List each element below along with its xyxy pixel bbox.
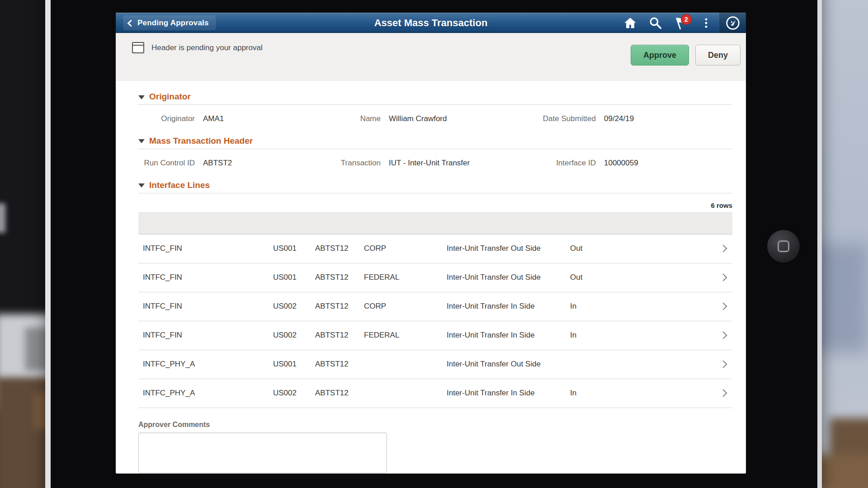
- search-icon: [649, 16, 662, 30]
- cell-run-control: ABTST12: [315, 302, 360, 311]
- header-actions: 2: [618, 13, 746, 33]
- back-button[interactable]: Pending Approvals: [123, 15, 216, 30]
- notification-badge: 2: [681, 14, 692, 25]
- notifications-button[interactable]: 2: [668, 13, 693, 33]
- collapse-triangle-icon: [138, 139, 145, 143]
- cell-side: In: [570, 331, 711, 340]
- table-header-row: [138, 212, 732, 235]
- home-button[interactable]: [618, 13, 643, 33]
- cell-business-unit: US002: [273, 389, 311, 398]
- tablet-home-button: [767, 230, 800, 263]
- app-header-bar: Asset Mass Transaction Pending Approvals: [116, 13, 746, 33]
- compass-icon: [725, 15, 741, 31]
- section-divider: [138, 104, 732, 105]
- cell-side: In: [570, 389, 711, 398]
- search-button[interactable]: [643, 13, 668, 33]
- cell-run-control: ABTST12: [315, 360, 360, 369]
- interface-lines-table: INTFC_FIN US001 ABTST12 CORP Inter-Unit …: [138, 212, 732, 408]
- field-value: 10000059: [604, 158, 732, 169]
- cell-business-unit: US001: [273, 360, 311, 369]
- cell-run-control: ABTST12: [315, 244, 360, 253]
- page-content: Originator Originator AMA1 Name William …: [116, 81, 746, 474]
- approve-button[interactable]: Approve: [631, 45, 689, 66]
- cell-description: Inter-Unit Transfer Out Side: [447, 360, 566, 369]
- mass-transaction-fields: Run Control ID ABTST2 Transaction IUT - …: [138, 158, 732, 169]
- approval-action-bar: Header is pending your approval Approve …: [116, 33, 746, 81]
- header-document-icon: [132, 42, 144, 53]
- chevron-right-icon: [720, 303, 727, 310]
- table-row[interactable]: INTFC_FIN US002 ABTST12 CORP Inter-Unit …: [138, 292, 732, 321]
- section-divider: [138, 149, 732, 149]
- cell-interface-id: INTFC_FIN: [138, 302, 269, 311]
- cell-interface-id: INTFC_FIN: [138, 273, 269, 282]
- pending-status: Header is pending your approval: [132, 42, 263, 53]
- field-label: Interface ID: [542, 158, 596, 169]
- home-button-glyph: [778, 240, 789, 252]
- cell-book: FEDERAL: [364, 331, 443, 340]
- background-furniture-right: [830, 418, 868, 488]
- cell-description: Inter-Unit Transfer Out Side: [447, 244, 566, 253]
- cell-side: Out: [570, 273, 711, 282]
- field-label: Originator: [138, 114, 195, 124]
- pending-status-text: Header is pending your approval: [151, 43, 263, 52]
- collapse-triangle-icon: [138, 183, 145, 188]
- app-screen: Asset Mass Transaction Pending Approvals: [116, 13, 746, 474]
- field-label: Transaction: [329, 158, 381, 169]
- field-value: ABTST2: [203, 158, 321, 169]
- background-highlight-left: [0, 203, 5, 233]
- approver-comments-label: Approver Comments: [138, 421, 732, 429]
- deny-button[interactable]: Deny: [695, 45, 741, 66]
- table-row[interactable]: INTFC_FIN US001 ABTST12 FEDERAL Inter-Un…: [138, 263, 732, 292]
- cell-book: FEDERAL: [364, 273, 443, 282]
- chevron-right-icon: [720, 389, 727, 397]
- cell-interface-id: INTFC_PHY_A: [138, 389, 269, 398]
- cell-business-unit: US001: [273, 273, 311, 282]
- row-count-label: 6 rows: [138, 202, 732, 209]
- chevron-right-icon: [720, 245, 727, 253]
- cell-book: CORP: [364, 302, 443, 311]
- field-value: William Crawford: [389, 114, 533, 124]
- section-header-interface-lines[interactable]: Interface Lines: [138, 180, 732, 190]
- section-title: Originator: [149, 92, 191, 102]
- cell-description: Inter-Unit Transfer In Side: [447, 331, 566, 340]
- table-row[interactable]: INTFC_FIN US001 ABTST12 CORP Inter-Unit …: [138, 235, 732, 263]
- field-label: Name: [329, 114, 381, 124]
- cell-description: Inter-Unit Transfer In Side: [447, 389, 566, 398]
- table-row[interactable]: INTFC_FIN US002 ABTST12 FEDERAL Inter-Un…: [138, 321, 732, 350]
- cell-business-unit: US002: [273, 302, 311, 311]
- approval-buttons: Approve Deny: [631, 40, 741, 66]
- collapse-triangle-icon: [138, 95, 145, 99]
- vertical-ellipsis-icon: [700, 16, 712, 30]
- approver-comments-input[interactable]: [138, 432, 387, 473]
- cell-side: In: [570, 302, 711, 311]
- cell-description: Inter-Unit Transfer In Side: [447, 302, 566, 311]
- section-title: Interface Lines: [149, 180, 210, 190]
- chevron-right-icon: [720, 361, 727, 368]
- cell-interface-id: INTFC_PHY_A: [138, 360, 269, 369]
- home-icon: [623, 16, 637, 30]
- field-value: 09/24/19: [604, 114, 732, 124]
- field-value: AMA1: [203, 114, 321, 124]
- cell-run-control: ABTST12: [315, 331, 360, 340]
- field-value: IUT - Inter-Unit Transfer: [389, 158, 533, 169]
- navbar-button[interactable]: [719, 13, 746, 33]
- cell-interface-id: INTFC_FIN: [138, 244, 269, 253]
- originator-fields: Originator AMA1 Name William Crawford Da…: [138, 114, 732, 124]
- table-row[interactable]: INTFC_PHY_A US002 ABTST12 Inter-Unit Tra…: [138, 379, 732, 408]
- cell-book: CORP: [364, 244, 443, 253]
- section-header-mass-transaction[interactable]: Mass Transaction Header: [138, 136, 732, 146]
- header-document-icon-bar: [133, 43, 143, 46]
- cell-business-unit: US002: [273, 331, 311, 340]
- back-button-label: Pending Approvals: [137, 19, 209, 28]
- section-title: Mass Transaction Header: [149, 136, 253, 146]
- chevron-left-icon: [127, 19, 135, 27]
- cell-run-control: ABTST12: [315, 389, 360, 398]
- field-label: Run Control ID: [138, 158, 195, 169]
- cell-run-control: ABTST12: [315, 273, 360, 282]
- cell-interface-id: INTFC_FIN: [138, 331, 269, 340]
- field-label: Date Submitted: [542, 114, 596, 124]
- chevron-right-icon: [720, 332, 727, 339]
- more-menu-button[interactable]: [693, 13, 719, 33]
- section-header-originator[interactable]: Originator: [138, 92, 732, 102]
- table-row[interactable]: INTFC_PHY_A US001 ABTST12 Inter-Unit Tra…: [138, 350, 732, 379]
